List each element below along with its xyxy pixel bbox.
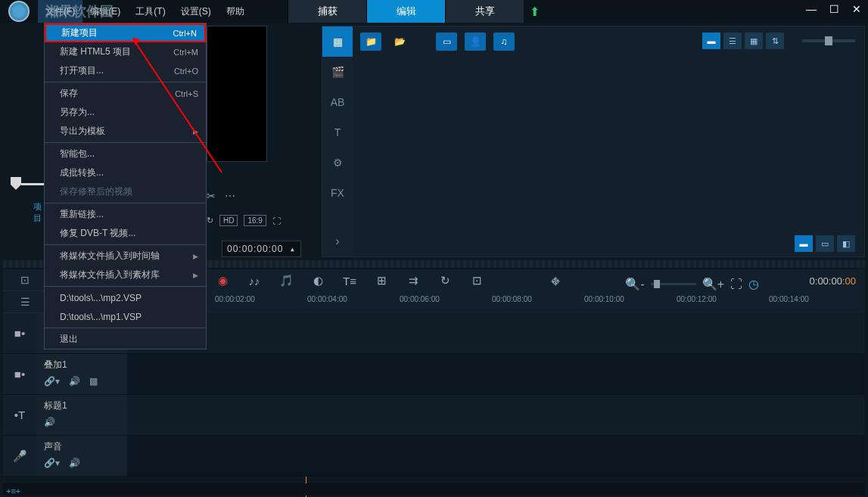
- upload-icon[interactable]: ⬆: [524, 0, 545, 23]
- menu-relink[interactable]: 重新链接...: [45, 205, 206, 224]
- track-body[interactable]: [127, 395, 865, 435]
- menu-tools[interactable]: 工具(T): [128, 0, 173, 23]
- shortcut-label: Ctrl+N: [173, 29, 197, 38]
- lib-fx-button[interactable]: FX: [322, 178, 353, 208]
- menu-settings[interactable]: 设置(S): [173, 0, 219, 23]
- tab-edit[interactable]: 编辑: [366, 0, 445, 23]
- menu-insert-library[interactable]: 将媒体文件插入到素材库 ▶: [45, 266, 206, 284]
- storyboard-view-button[interactable]: ⊡: [3, 269, 47, 291]
- menu-repair-dvbt[interactable]: 修复 DVB-T 视频...: [45, 224, 206, 243]
- repeat-icon[interactable]: ↻: [207, 216, 213, 225]
- menu-save[interactable]: 保存 Ctrl+S: [45, 84, 206, 103]
- menu-help[interactable]: 帮助: [219, 0, 252, 23]
- panel-layout-3-button[interactable]: ◧: [837, 235, 855, 252]
- lib-expand-button[interactable]: ›: [322, 226, 353, 256]
- mode-label[interactable]: 项目: [33, 201, 42, 224]
- lib-media-button[interactable]: ▦: [322, 26, 353, 57]
- track-audio-header[interactable]: 声音 🔗▾ 🔊: [36, 436, 127, 476]
- menu-export-template[interactable]: 导出为模板 ▶: [45, 122, 206, 141]
- zoom-slider[interactable]: [651, 283, 696, 285]
- menu-recent-1[interactable]: D:\tools\...\mp2.VSP: [45, 288, 206, 307]
- preview-display: [207, 26, 267, 162]
- thumbnail-size-slider[interactable]: [802, 39, 855, 42]
- fx-icon[interactable]: ▩: [89, 376, 98, 387]
- lib-ab-button[interactable]: AB: [322, 87, 353, 117]
- menu-insert-timeline[interactable]: 将媒体文件插入到时间轴 ▶: [45, 247, 206, 266]
- track-title-icon[interactable]: •T: [3, 395, 36, 435]
- folder-icon: 📂: [394, 36, 406, 47]
- maximize-button[interactable]: ☐: [827, 3, 841, 15]
- menu-batch-convert[interactable]: 成批转换...: [45, 163, 206, 182]
- auto-music-button[interactable]: 🎵: [278, 274, 294, 287]
- timeline-timecode[interactable]: 0:00:00:00: [810, 275, 856, 287]
- options-icon[interactable]: ⋯: [225, 190, 235, 202]
- fit-button[interactable]: ⛶: [730, 278, 742, 291]
- expand-icon[interactable]: ⛶: [272, 216, 281, 225]
- mute-icon[interactable]: 🔊: [44, 417, 55, 427]
- clock-icon[interactable]: ◷: [748, 277, 759, 291]
- marker-button[interactable]: 🟈: [548, 275, 563, 287]
- track-title-header[interactable]: 标题1 🔊: [36, 395, 127, 435]
- track-motion-button[interactable]: ⊡: [469, 274, 484, 287]
- filter-audio-button[interactable]: ♫: [493, 33, 515, 51]
- shortcut-label: Ctrl+O: [174, 67, 198, 76]
- track-audio: 🎤 声音 🔗▾ 🔊: [3, 436, 865, 477]
- lib-motion-button[interactable]: 🎬: [322, 57, 353, 87]
- timeline-view-button[interactable]: ☰: [3, 291, 47, 313]
- filter-photo-button[interactable]: 👤: [465, 33, 486, 51]
- track-body[interactable]: [127, 436, 865, 476]
- lib-transition-button[interactable]: ⚙: [322, 148, 353, 178]
- filter-video-button[interactable]: ▭: [436, 33, 457, 51]
- library-bottom-controls: ▬ ▭ ◧: [795, 235, 855, 252]
- panel-layout-2-button[interactable]: ▭: [816, 235, 834, 252]
- multi-trim-button[interactable]: ⊞: [374, 274, 389, 287]
- tab-share[interactable]: 共享: [445, 0, 524, 23]
- menu-edit[interactable]: 编辑(E): [82, 0, 128, 23]
- scissors-icon[interactable]: ✂: [207, 190, 216, 202]
- menu-open-project[interactable]: 打开项目... Ctrl+O: [45, 61, 206, 80]
- reverse-button[interactable]: ↻: [437, 274, 453, 287]
- menu-new-project[interactable]: 新建项目 Ctrl+N: [45, 23, 206, 42]
- menu-smart-pack[interactable]: 智能包...: [45, 144, 206, 163]
- audio-mixer-button[interactable]: ♪♪: [247, 275, 262, 287]
- track-audio-icon[interactable]: 🎤: [3, 436, 36, 476]
- zoom-in-button[interactable]: 🔍+: [702, 277, 724, 291]
- motion-track-button[interactable]: ◐: [310, 274, 325, 287]
- panel-layout-1-button[interactable]: ▬: [795, 235, 813, 252]
- timeline-header-left: ⊡ ☰: [3, 269, 47, 313]
- speed-button[interactable]: ⇉: [406, 274, 421, 287]
- preview-timecode[interactable]: 00:00:00:00 ▴: [222, 241, 301, 257]
- folder-button[interactable]: 📂: [389, 33, 410, 51]
- zoom-out-button[interactable]: 🔍-: [625, 277, 644, 291]
- menu-save-as[interactable]: 另存为...: [45, 103, 206, 122]
- lib-text-button[interactable]: T: [322, 117, 353, 148]
- add-media-button[interactable]: 📁: [360, 33, 381, 51]
- tab-capture[interactable]: 捕获: [288, 0, 366, 23]
- timeline-ruler[interactable]: 00:00:02:0000:00:04:0000:00:06:0000:00:0…: [215, 295, 859, 312]
- link-icon[interactable]: 🔗▾: [44, 458, 60, 468]
- menu-recent-2[interactable]: D:\tools\...\mp1.VSP: [45, 307, 206, 326]
- track-overlay-header[interactable]: 叠加1 🔗▾ 🔊 ▩: [36, 354, 127, 394]
- menu-exit[interactable]: 退出: [45, 330, 206, 349]
- mute-icon[interactable]: 🔊: [69, 458, 80, 468]
- menu-new-html5[interactable]: 新建 HTML5 项目 Ctrl+M: [45, 42, 206, 61]
- sort-button[interactable]: ⇅: [766, 33, 784, 49]
- add-track-button[interactable]: +≡+: [6, 486, 20, 495]
- link-icon[interactable]: 🔗▾: [44, 376, 60, 387]
- menu-file[interactable]: 文件(F): [38, 0, 82, 23]
- menu-new-project-label: 新建项目: [61, 26, 98, 39]
- track-body[interactable]: [127, 313, 865, 353]
- close-button[interactable]: ✕: [850, 3, 863, 15]
- mode-tabs: 捕获 编辑 共享 ⬆: [288, 0, 545, 23]
- subtitle-button[interactable]: T≡: [342, 275, 357, 287]
- view-grid-button[interactable]: ▦: [745, 33, 763, 49]
- track-video-icon[interactable]: ■•: [3, 313, 36, 353]
- record-button[interactable]: ◉: [215, 274, 230, 287]
- mute-icon[interactable]: 🔊: [69, 376, 80, 387]
- minimize-button[interactable]: —: [804, 3, 818, 15]
- view-list-button[interactable]: ☰: [723, 33, 742, 49]
- view-thumbnails-button[interactable]: ▬: [702, 33, 720, 49]
- timeline-zoom: 🔍- 🔍+ ⛶ ◷: [625, 277, 759, 291]
- track-body[interactable]: [127, 354, 865, 394]
- track-overlay-icon[interactable]: ■•: [3, 354, 36, 394]
